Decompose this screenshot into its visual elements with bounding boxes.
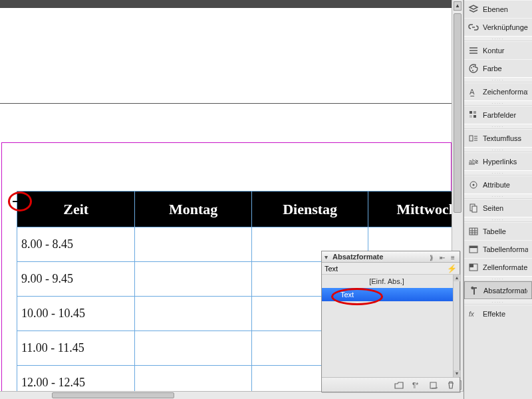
panel-label: Absatzformate [483, 287, 527, 295]
time-cell[interactable]: 8.00 - 8.45 [17, 227, 135, 262]
svg-point-2 [472, 70, 473, 71]
panel-label: Ebenen [483, 5, 528, 13]
col-header-montag[interactable]: Montag [135, 192, 252, 227]
panel-label: Tabellenformate [483, 245, 528, 253]
cell[interactable] [135, 227, 252, 262]
panel-tab-effekte[interactable]: fx Effekte [464, 305, 532, 323]
cell-styles-icon [468, 262, 479, 273]
folder-icon[interactable] [394, 380, 404, 390]
table-header-row[interactable]: Zeit Montag Dienstag Mittwoch [17, 192, 452, 227]
stroke-icon [468, 45, 479, 56]
clear-override-icon[interactable]: ¶* [412, 380, 421, 390]
panel-label: Zellenformate [483, 263, 528, 271]
style-basic-paragraph[interactable]: [Einf. Abs.] [322, 275, 460, 288]
dock-gripper[interactable]: ····· [464, 124, 532, 129]
panel-scroll-up[interactable]: ▴ [454, 275, 460, 281]
dock-gripper[interactable]: ····· [464, 147, 532, 152]
svg-rect-14 [469, 228, 477, 235]
panel-tab-absatzformate[interactable]: Absatzformate [464, 281, 532, 299]
panel-label: Hyperlinks [483, 158, 528, 166]
svg-rect-6 [469, 115, 472, 118]
panel-scroll-down[interactable]: ▾ [454, 370, 460, 377]
cell[interactable] [135, 297, 252, 331]
svg-point-0 [471, 67, 472, 68]
col-header-zeit[interactable]: Zeit [17, 192, 135, 227]
panel-titlebar[interactable]: ▾ Absatzformate ⟫ ⇤ ≡ [322, 251, 460, 263]
panel-label: Verknüpfungen [483, 23, 528, 31]
panel-tab-kontur[interactable]: Kontur [464, 41, 532, 59]
panel-label: Effekte [483, 310, 528, 318]
app-toolbar-background [0, 0, 464, 8]
dock-gripper[interactable]: ····· [464, 299, 532, 305]
panel-collapse-toggle[interactable]: ▾ [325, 253, 331, 261]
time-cell[interactable]: 11.00 - 11.45 [17, 331, 135, 366]
panel-cycle-icon[interactable]: ⟫ [428, 254, 436, 259]
svg-rect-18 [469, 264, 473, 267]
panel-tab-zellenformate[interactable]: Zellenformate [464, 258, 532, 276]
panel-tab-farbe[interactable]: Farbe [464, 59, 532, 77]
svg-rect-7 [473, 115, 476, 118]
panel-tab-textumfluss[interactable]: Textumfluss [464, 129, 532, 147]
panel-label: Farbe [483, 65, 528, 72]
panel-tab-tabelle[interactable]: Tabelle [464, 222, 532, 240]
page-edge-rule [0, 103, 452, 104]
paragraph-styles-panel[interactable]: ▾ Absatzformate ⟫ ⇤ ≡ Text ⚡ [Einf. Abs.… [321, 251, 460, 392]
col-header-mittwoch[interactable]: Mittwoch [368, 192, 452, 227]
fx-icon: fx [468, 309, 479, 319]
table-styles-icon [468, 244, 479, 255]
cell[interactable] [135, 331, 252, 366]
cell[interactable] [135, 262, 252, 297]
color-icon [468, 63, 479, 74]
panel-tab-farbfelder[interactable]: Farbfelder [464, 106, 532, 124]
svg-text:¶*: ¶* [412, 382, 418, 389]
panel-dock: Ebenen Verknüpfungen ····· Kontur Farbe … [464, 0, 532, 399]
svg-rect-5 [473, 111, 476, 114]
panel-dock-icon[interactable]: ⇤ [438, 254, 446, 259]
new-style-icon[interactable] [429, 380, 438, 390]
dock-gripper[interactable]: ····· [464, 276, 532, 281]
svg-text:fx: fx [469, 311, 475, 318]
dock-gripper[interactable]: ····· [464, 77, 532, 82]
svg-point-11 [473, 184, 475, 186]
swatches-icon [468, 110, 479, 120]
scroll-up-button[interactable]: ▲ [454, 1, 462, 11]
panel-menu-icon[interactable]: ≡ [449, 254, 457, 259]
panel-tab-tabellenformate[interactable]: Tabellenformate [464, 240, 532, 258]
panel-tab-verknuepfungen[interactable]: Verknüpfungen [464, 18, 532, 36]
panel-label: Seiten [483, 204, 528, 212]
applied-style-row: Text ⚡ [322, 263, 460, 275]
svg-rect-4 [469, 111, 472, 114]
layers-icon [468, 4, 479, 15]
panel-label: Kontur [483, 47, 528, 55]
svg-rect-13 [472, 206, 477, 212]
panel-tab-ebenen[interactable]: Ebenen [464, 0, 532, 18]
panel-tab-attribute[interactable]: Attribute [464, 176, 532, 194]
character-styles-icon: A̲ [468, 86, 479, 97]
svg-rect-16 [469, 246, 477, 248]
dock-gripper[interactable]: ····· [464, 36, 532, 41]
panel-tab-hyperlinks[interactable]: abc Hyperlinks [464, 152, 532, 170]
time-cell[interactable]: 10.00 - 10.45 [17, 297, 135, 331]
links-icon [468, 22, 479, 33]
quick-apply-icon[interactable]: ⚡ [447, 264, 457, 273]
horizontal-scroll-thumb[interactable] [52, 392, 174, 398]
cell[interactable] [135, 366, 252, 392]
dock-gripper[interactable]: ····· [464, 217, 532, 222]
panel-label: Zeichenformate [483, 88, 528, 96]
panel-label: Textumfluss [483, 134, 528, 142]
panel-footer: ¶* [322, 378, 460, 392]
applied-style-name: Text [325, 265, 338, 273]
trash-icon[interactable] [446, 380, 456, 390]
dock-gripper[interactable]: ····· [464, 194, 532, 199]
vertical-scroll-thumb[interactable] [454, 13, 462, 213]
time-cell[interactable]: 12.00 - 12.45 [17, 366, 135, 392]
svg-text:A̲: A̲ [469, 88, 475, 96]
dock-gripper[interactable]: ····· [464, 100, 532, 106]
panel-tab-seiten[interactable]: Seiten [464, 199, 532, 217]
text-wrap-icon [468, 133, 479, 144]
time-cell[interactable]: 9.00 - 9.45 [17, 262, 135, 297]
panel-tab-zeichenformate[interactable]: A̲ Zeichenformate [464, 82, 532, 100]
dock-gripper[interactable]: ····· [464, 170, 532, 176]
panel-scrollbar[interactable]: ▴ ▾ [453, 275, 460, 377]
col-header-dienstag[interactable]: Dienstag [251, 192, 368, 227]
